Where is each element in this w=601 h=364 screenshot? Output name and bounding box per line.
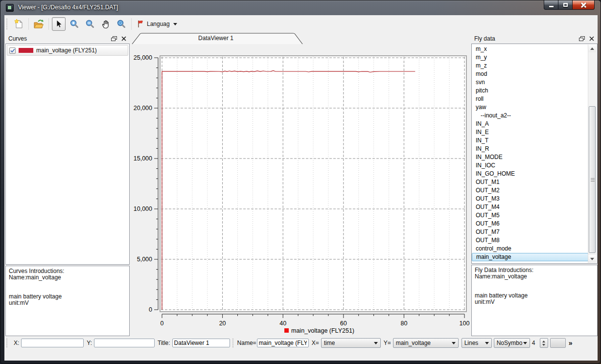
close-panel-button[interactable] [588, 35, 596, 42]
fly-data-list[interactable]: m_xm_ym_zmodsvnpitchrollyaw --inout_a2--… [472, 44, 588, 263]
fly-data-item[interactable]: OUT_M1 [472, 178, 588, 186]
fly-data-item[interactable]: OUT_M3 [472, 195, 588, 203]
line-style-select[interactable]: Lines [462, 338, 492, 348]
fly-data-item[interactable]: OUT_M6 [472, 220, 588, 228]
scroll-up-button[interactable] [588, 45, 596, 52]
fly-data-item[interactable]: IN_MODE [472, 153, 588, 161]
fly-data-item[interactable]: roll [472, 95, 588, 103]
fly-data-item[interactable]: m_z [472, 62, 588, 70]
curve-label: main_voltage (FLY251) [36, 47, 97, 54]
y-coord-input[interactable] [94, 339, 155, 347]
line-width-value: 4 [530, 340, 540, 346]
tab-dataviewer[interactable]: DataViewer 1 [132, 35, 300, 42]
fly-data-item[interactable]: IN_R [472, 145, 588, 153]
zoom-in-button[interactable] [68, 17, 81, 31]
x-series-label: X= [312, 340, 319, 346]
fly-data-item[interactable]: yaw [472, 103, 588, 112]
y-series-select[interactable]: main_voltage [393, 338, 459, 348]
toolbar-separator [131, 18, 132, 30]
symbol-select[interactable]: NoSymbol [494, 338, 530, 348]
language-menu-button[interactable]: Languag [134, 18, 180, 30]
fly-data-item[interactable]: m_y [472, 53, 588, 62]
fly-data-item[interactable]: mod [472, 70, 588, 78]
thumb-grip-icon [591, 180, 595, 180]
curves-intro-box[interactable]: Curves Introductions:Name:main_voltage m… [5, 266, 130, 336]
fly-data-item[interactable]: m_x [472, 45, 588, 53]
curves-panel-header: Curves [5, 34, 130, 44]
titlebar[interactable]: Viewer - [G:/Desafio 4x4/FLY251.DAT] [0, 0, 601, 15]
open-file-button[interactable] [32, 17, 46, 31]
toolbar-grip[interactable] [6, 339, 9, 347]
symbol-value: NoSymbol [497, 340, 522, 346]
fly-intro-box[interactable]: Fly Data Introductions:Name:main_voltage… [471, 265, 598, 336]
fly-data-item[interactable]: svn [472, 78, 588, 87]
toolbar-separator [28, 18, 29, 30]
color-button[interactable] [550, 338, 566, 348]
scroll-down-button[interactable] [588, 255, 596, 263]
fly-data-item[interactable]: --inout_a2-- [472, 112, 588, 120]
zoom-out-button[interactable] [83, 17, 97, 31]
close-button[interactable] [572, 0, 595, 10]
minimize-icon [549, 6, 554, 7]
fly-data-item[interactable]: OUT_M8 [472, 236, 588, 245]
toolbar-grip[interactable] [6, 19, 9, 29]
fly-data-item[interactable]: OUT_M7 [472, 228, 588, 236]
fly-data-item[interactable]: OUT_M5 [472, 211, 588, 220]
chevron-down-icon [523, 342, 527, 344]
x-tick-label: 60 [340, 320, 347, 327]
curves-list[interactable]: main_voltage (FLY251) [5, 44, 130, 265]
toolbar-separator [48, 18, 49, 30]
title-input[interactable] [172, 339, 230, 347]
pan-button[interactable] [99, 17, 113, 31]
chart-canvas[interactable]: 05,00010,00015,00020,00025,0000204060801… [131, 45, 470, 336]
float-panel-button[interactable] [578, 35, 586, 42]
spinner-buttons[interactable] [540, 338, 548, 348]
pan-hand-icon [100, 19, 111, 29]
fly-data-list-box: m_xm_ym_zmodsvnpitchrollyaw --inout_a2--… [471, 44, 598, 264]
fly-data-panel: Fly data m_xm_ym_zmo [471, 34, 598, 336]
y-tick-label: 0 [149, 306, 152, 313]
minimize-button[interactable] [544, 0, 558, 10]
legend-marker [284, 328, 289, 333]
fly-data-item[interactable]: IN_IOC [472, 161, 588, 170]
fly-data-item[interactable]: IN_E [472, 128, 588, 136]
maximize-button[interactable] [558, 0, 572, 10]
curve-list-item[interactable]: main_voltage (FLY251) [7, 45, 128, 56]
x-series-value: time [324, 340, 335, 346]
legend-label[interactable]: main_voltage (FLY251) [291, 327, 354, 334]
toolbar-overflow-chevron[interactable]: » [569, 339, 573, 347]
fly-data-item[interactable]: IN_A [472, 120, 588, 128]
close-icon [581, 2, 586, 8]
x-tick-label: 0 [161, 320, 164, 327]
curve-name-input[interactable] [257, 339, 309, 347]
fly-panel-header: Fly data [471, 34, 598, 44]
spin-up-icon [542, 341, 545, 342]
tab-bar: DataViewer 1 [131, 33, 470, 45]
close-panel-button[interactable] [120, 35, 128, 42]
scrollbar-thumb[interactable] [589, 106, 596, 253]
arrow-down-icon [590, 258, 594, 260]
fly-data-item[interactable]: pitch [472, 87, 588, 95]
x-coord-input[interactable] [21, 339, 84, 347]
float-panel-button[interactable] [110, 35, 118, 42]
x-series-select[interactable]: time [321, 338, 381, 348]
curve-visible-checkbox[interactable] [9, 47, 16, 54]
open-folder-icon [33, 19, 45, 29]
fly-data-item[interactable]: OUT_M2 [472, 186, 588, 195]
chart-area[interactable]: 05,00010,00015,00020,00025,0000204060801… [131, 45, 470, 336]
select-cursor-button[interactable] [52, 17, 66, 31]
fly-data-item[interactable]: IN_GO_HOME [472, 170, 588, 178]
new-file-button[interactable] [12, 17, 25, 31]
fly-list-scrollbar[interactable] [588, 45, 597, 263]
fly-data-item[interactable]: main_voltage [472, 253, 588, 261]
fly-data-item[interactable]: IN_T [472, 136, 588, 145]
zoom-full-button[interactable] [115, 17, 128, 31]
y-coord-label: Y: [87, 340, 92, 346]
x-tick-label: 100 [460, 320, 470, 327]
y-tick-label: 15,000 [134, 155, 152, 162]
line-width-spinner[interactable]: 4 [530, 338, 548, 348]
toolbar-grip[interactable] [232, 339, 235, 347]
fly-data-item[interactable]: control_mode [472, 245, 588, 253]
y-tick-label: 10,000 [134, 205, 152, 212]
fly-data-item[interactable]: OUT_M4 [472, 203, 588, 211]
